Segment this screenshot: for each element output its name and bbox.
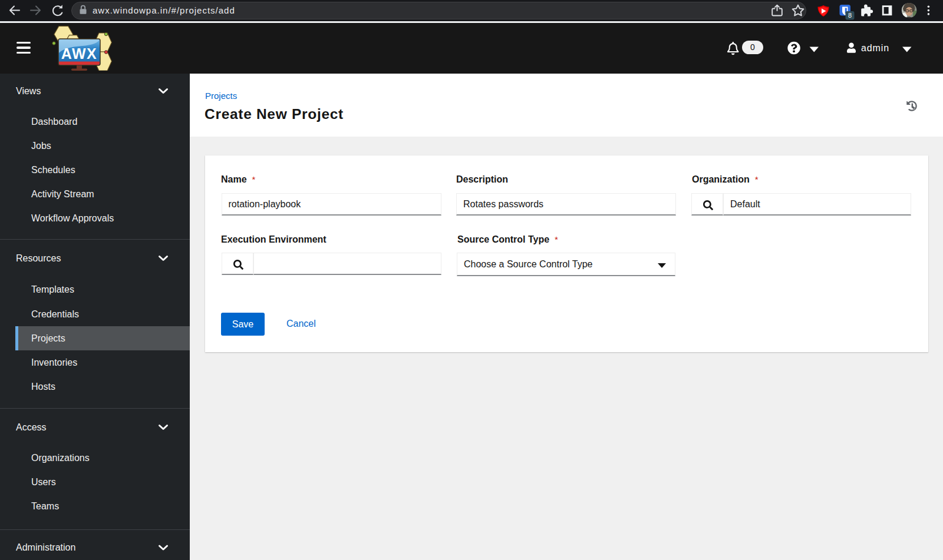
svg-text:AWX: AWX <box>61 45 97 62</box>
svg-text:8: 8 <box>848 12 852 19</box>
